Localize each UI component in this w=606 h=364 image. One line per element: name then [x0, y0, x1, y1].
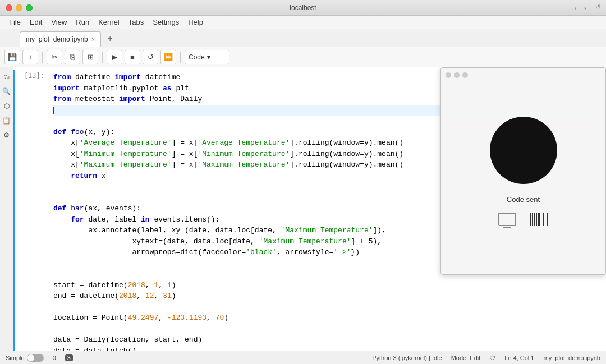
kernel-status: Python 3 (ipykernel) | Idle — [372, 354, 442, 361]
shield-icon: 🛡 — [489, 354, 495, 361]
menu-bar: File Edit View Run Kernel Tabs Settings … — [0, 16, 606, 29]
sidebar-icon-files[interactable]: 🗂 — [2, 72, 12, 82]
overlay-circle — [490, 117, 557, 184]
simple-toggle[interactable]: Simple — [6, 354, 44, 362]
status-right: Python 3 (ipykernel) | Idle Mode: Edit 🛡… — [372, 354, 600, 361]
restart-run-icon: ⏩ — [164, 53, 173, 61]
sidebar-icons: 🗂 🔍 ⬡ 📋 ⚙ — [0, 67, 13, 351]
menu-view[interactable]: View — [47, 16, 71, 29]
code-line — [53, 302, 602, 313]
sidebar-icon-tabs[interactable]: 📋 — [2, 116, 12, 126]
content-wrapper: 🗂 🔍 ⬡ 📋 ⚙ [13]: from datetime import dat… — [0, 67, 606, 351]
monitor-button[interactable] — [498, 213, 516, 226]
menu-kernel[interactable]: Kernel — [94, 16, 124, 29]
tab-notebook[interactable]: my_plot_demo.ipynb × — [20, 31, 101, 47]
window-title: localhost — [290, 4, 316, 12]
code-line: start = datetime(2018, 1, 1) — [53, 280, 602, 291]
code-line: data = data.fetch() — [53, 345, 602, 351]
close-traffic-light[interactable] — [6, 4, 12, 11]
cell-count: 0 — [53, 354, 56, 361]
monitor-icon — [498, 213, 516, 226]
restart-run-button[interactable]: ⏩ — [160, 50, 176, 64]
menu-edit[interactable]: Edit — [25, 16, 47, 29]
tab-close-button[interactable]: × — [91, 36, 95, 43]
back-button[interactable]: ‹ — [572, 3, 580, 12]
menu-settings[interactable]: Settings — [148, 16, 183, 29]
minimize-traffic-light[interactable] — [16, 4, 22, 11]
toolbar-separator-3 — [180, 52, 181, 63]
nav-buttons: ‹ › ↺ — [572, 3, 600, 12]
forward-button[interactable]: › — [581, 3, 589, 12]
new-tab-button[interactable]: + — [103, 32, 117, 45]
stop-button[interactable]: ■ — [125, 50, 140, 64]
filename-status: my_plot_demo.ipynb — [543, 354, 600, 361]
overlay-tl-2 — [454, 72, 460, 78]
cell-type-label: Code — [189, 53, 205, 61]
menu-tabs[interactable]: Tabs — [124, 16, 148, 29]
restart-button[interactable]: ↺ — [143, 50, 158, 64]
menu-file[interactable]: File — [4, 16, 25, 29]
toolbar-separator-1 — [42, 52, 43, 63]
sidebar-icon-settings[interactable]: ⚙ — [2, 130, 12, 140]
paste-icon: ⊞ — [88, 53, 94, 61]
edit-mode: Mode: Edit — [451, 354, 481, 361]
toolbar: 💾 + ✂ ⎘ ⊞ ▶ ■ ↺ ⏩ Code ▾ — [0, 47, 606, 67]
overlay-action-icons — [498, 213, 548, 226]
cell-badge: 3 — [65, 354, 73, 361]
cut-button[interactable]: ✂ — [47, 50, 62, 64]
status-bar: Simple 0 3 Python 3 (ipykernel) | Idle M… — [0, 351, 606, 364]
barcode-button[interactable] — [530, 213, 548, 226]
run-icon: ▶ — [112, 53, 117, 61]
cut-icon: ✂ — [52, 53, 58, 61]
code-line: end = datetime(2018, 12, 31) — [53, 291, 602, 302]
code-line: location = Point(49.2497, -123.1193, 70) — [53, 312, 602, 324]
toolbar-separator-2 — [102, 52, 103, 63]
tab-bar: my_plot_demo.ipynb × + — [0, 29, 606, 47]
stop-icon: ■ — [130, 53, 135, 61]
line-col: Ln 4, Col 1 — [504, 354, 534, 361]
chevron-down-icon: ▾ — [207, 53, 210, 61]
maximize-traffic-light[interactable] — [26, 4, 33, 11]
cell-type-select[interactable]: Code ▾ — [185, 50, 229, 64]
sidebar-icon-extensions[interactable]: ⬡ — [2, 101, 12, 111]
overlay-tl-3 — [462, 72, 468, 78]
traffic-lights — [6, 4, 33, 11]
menu-help[interactable]: Help — [183, 16, 208, 29]
overlay-panel: Code sent — [440, 67, 606, 275]
simple-label: Simple — [6, 354, 25, 361]
tab-label: my_plot_demo.ipynb — [26, 35, 88, 43]
code-line: data = Daily(location, start, end) — [53, 334, 602, 345]
save-icon: 💾 — [8, 53, 17, 61]
title-bar: localhost ‹ › ↺ — [0, 0, 606, 16]
save-button[interactable]: 💾 — [4, 50, 20, 64]
toggle-track[interactable] — [27, 354, 44, 362]
barcode-icon — [530, 213, 548, 226]
sidebar-icon-search[interactable]: 🔍 — [2, 86, 12, 96]
cell-number: [13]: — [15, 70, 49, 351]
run-button[interactable]: ▶ — [107, 50, 122, 64]
add-cell-button[interactable]: + — [22, 50, 38, 64]
paste-button[interactable]: ⊞ — [82, 50, 98, 64]
overlay-status-text: Code sent — [507, 195, 540, 204]
reload-button[interactable]: ↺ — [595, 3, 600, 12]
overlay-tl-1 — [446, 72, 451, 78]
overlay-traffic-lights — [446, 72, 468, 78]
copy-button[interactable]: ⎘ — [65, 50, 80, 64]
toggle-thumb — [27, 354, 34, 361]
restart-icon: ↺ — [148, 53, 154, 61]
copy-icon: ⎘ — [70, 53, 75, 61]
menu-run[interactable]: Run — [71, 16, 94, 29]
add-icon: + — [28, 53, 33, 61]
code-line — [53, 324, 602, 335]
